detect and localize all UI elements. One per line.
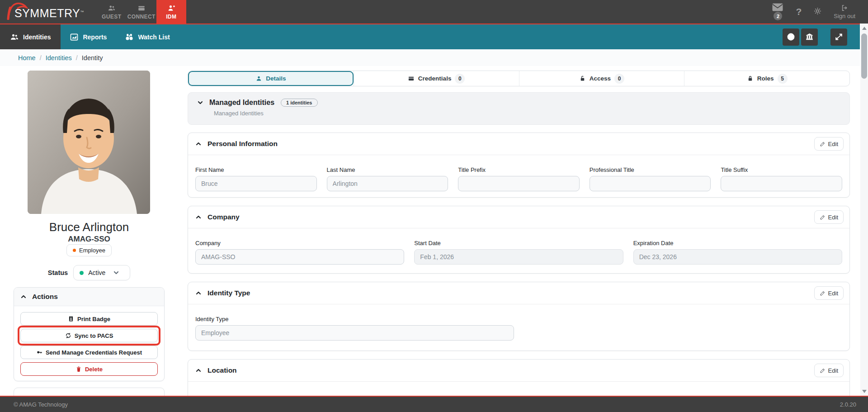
organization-button[interactable] — [801, 28, 818, 46]
header-utilities: 2 ? Sign out — [772, 3, 868, 20]
section-title: Identity Type — [208, 289, 250, 297]
scroll-down-arrow[interactable] — [860, 388, 868, 395]
field-first-name: First Name — [195, 166, 317, 191]
tab-label: Roles — [757, 75, 774, 82]
nav-label: Reports — [83, 33, 107, 41]
first-name-input[interactable] — [195, 176, 317, 191]
breadcrumb-separator: / — [40, 54, 42, 62]
last-name-input[interactable] — [327, 176, 448, 191]
field-label: Professional Title — [590, 166, 711, 173]
send-manage-credentials-button[interactable]: Send Manage Credentials Request — [20, 346, 158, 359]
identity-type-badge-wrap: Employee — [14, 244, 164, 256]
pencil-icon — [820, 290, 826, 296]
chevron-up-icon[interactable] — [196, 141, 201, 147]
action-label: Sync to PACS — [75, 332, 113, 339]
title-prefix-input[interactable] — [458, 176, 580, 191]
breadcrumb-separator: / — [76, 54, 78, 62]
field-title-prefix: Title Prefix — [458, 166, 580, 191]
active-dot-icon — [80, 271, 84, 275]
notifications-button[interactable]: 2 — [772, 3, 784, 20]
section-title: Personal Information — [208, 140, 278, 148]
status-value: Active — [88, 269, 105, 276]
sign-out-button[interactable]: Sign out — [834, 4, 855, 19]
chart-icon — [70, 33, 79, 42]
action-label: Send Manage Credentials Request — [46, 349, 142, 356]
breadcrumb-home[interactable]: Home — [18, 54, 36, 62]
fullscreen-button[interactable] — [830, 28, 847, 46]
employee-dot-icon — [73, 249, 76, 252]
actions-body: Print Badge Sync to PACS Send Manage Cre… — [14, 306, 164, 380]
notification-count-badge: 2 — [774, 12, 782, 20]
language-button[interactable] — [783, 28, 799, 46]
module-navbar: Identities Reports Watch List — [0, 24, 860, 49]
copyright-text: © AMAG Technology — [0, 401, 68, 408]
settings-button[interactable] — [813, 7, 822, 17]
chevron-up-icon[interactable] — [196, 368, 201, 373]
print-badge-button[interactable]: Print Badge — [20, 312, 158, 326]
chevron-up-icon[interactable] — [196, 290, 201, 296]
section-title: Location — [208, 366, 237, 374]
identity-type-badge-label: Employee — [79, 247, 105, 254]
field-label: Last Name — [327, 166, 448, 173]
card-icon — [408, 75, 415, 82]
nav-item-watch-list[interactable]: Watch List — [116, 24, 179, 49]
personal-information-panel: Personal Information Edit First Name Las… — [188, 133, 850, 198]
vertical-scrollbar[interactable] — [860, 24, 868, 396]
edit-identity-type-button[interactable]: Edit — [814, 286, 844, 300]
sync-to-pacs-button[interactable]: Sync to PACS — [20, 329, 158, 342]
bank-icon — [805, 33, 814, 41]
envelope-icon — [772, 3, 783, 11]
app-tab-label: GUEST — [102, 14, 121, 20]
chevron-down-icon — [113, 270, 119, 275]
status-dropdown[interactable]: Active — [73, 265, 130, 280]
app-tab-label: IDM — [166, 14, 176, 20]
sign-out-icon — [841, 4, 849, 12]
edit-company-button[interactable]: Edit — [814, 210, 844, 224]
nav-item-identities[interactable]: Identities — [0, 24, 61, 49]
field-expiration-date: Expiration Date — [633, 240, 842, 265]
edit-personal-button[interactable]: Edit — [814, 137, 844, 151]
chevron-up-icon[interactable] — [196, 214, 201, 220]
tab-count-badge: 0 — [614, 74, 624, 84]
company-input[interactable] — [195, 249, 404, 265]
unlock-icon — [579, 75, 586, 82]
expiration-date-input[interactable] — [633, 249, 842, 265]
chevron-down-icon[interactable] — [198, 100, 203, 105]
tab-details[interactable]: Details — [188, 71, 354, 86]
field-company: Company — [195, 240, 404, 265]
action-label: Print Badge — [77, 316, 110, 322]
users-icon — [108, 4, 116, 12]
tab-count-badge: 5 — [778, 74, 788, 84]
detail-tabs: Details Credentials 0 Access 0 Roles 5 — [188, 71, 850, 86]
app-tab-guest[interactable]: GUEST — [97, 0, 127, 24]
brand-name: SYMMETRY™ — [14, 7, 84, 20]
tab-roles[interactable]: Roles 5 — [684, 71, 849, 86]
app-tab-connect[interactable]: CONNECT — [127, 0, 156, 24]
scrollbar-thumb[interactable] — [861, 33, 867, 79]
edit-location-button[interactable]: Edit — [814, 364, 844, 377]
field-label: Start Date — [414, 240, 623, 246]
version-text: 2.0.20 — [840, 401, 868, 408]
delete-button[interactable]: Delete — [20, 362, 158, 376]
company-panel: Company Edit Company Start Date Expirati… — [188, 206, 850, 274]
field-label: Expiration Date — [633, 240, 842, 246]
tab-access[interactable]: Access 0 — [519, 71, 684, 86]
actions-title: Actions — [32, 293, 58, 301]
help-button[interactable]: ? — [796, 6, 802, 17]
expand-icon — [835, 33, 843, 41]
identity-type-badge: Employee — [66, 244, 112, 256]
identity-type-input[interactable] — [195, 325, 514, 341]
professional-title-input[interactable] — [590, 176, 711, 191]
breadcrumb-identities[interactable]: Identities — [46, 54, 72, 62]
status-row: Status Active — [14, 265, 164, 280]
pencil-icon — [820, 141, 826, 147]
edit-label: Edit — [828, 367, 838, 374]
actions-header[interactable]: Actions — [14, 288, 164, 306]
profile-photo — [28, 71, 150, 214]
start-date-input[interactable] — [414, 249, 623, 265]
nav-item-reports[interactable]: Reports — [61, 24, 116, 49]
app-tab-idm[interactable]: IDM — [156, 0, 186, 24]
title-suffix-input[interactable] — [721, 176, 842, 191]
scroll-up-arrow[interactable] — [860, 24, 868, 32]
tab-credentials[interactable]: Credentials 0 — [354, 71, 519, 86]
